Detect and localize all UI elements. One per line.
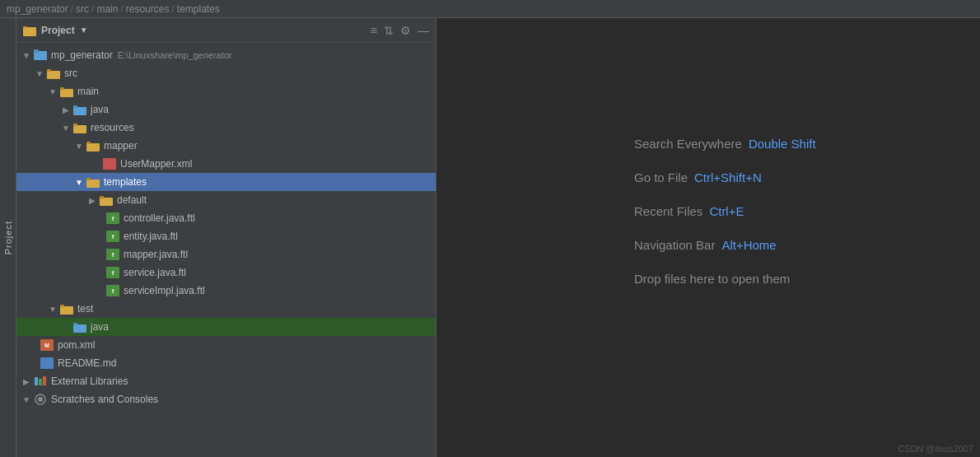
svg-rect-10 [73, 105, 77, 108]
tree-item-readme[interactable]: README.md [16, 354, 436, 372]
shortcut-row-0: Search Everywhere Double Shift [634, 137, 816, 151]
tree-label-main: main [77, 86, 99, 97]
svg-rect-20 [60, 305, 64, 307]
svg-rect-6 [47, 69, 51, 72]
shortcut-row-3: Navigation Bar Alt+Home [634, 238, 777, 252]
tree-label-pomxml: pom.xml [58, 339, 95, 351]
arrow-mapper-folder: ▼ [72, 142, 86, 151]
tree-label-src: src [64, 68, 77, 79]
svg-rect-17 [100, 198, 113, 206]
project-vertical-tab[interactable]: Project [0, 18, 16, 457]
tree-item-root[interactable]: ▼ mp_generator E:\Linuxshare\mp_generato… [16, 46, 436, 64]
tree-label-java: java [91, 104, 109, 115]
breadcrumb-item-2[interactable]: main [96, 3, 118, 15]
tree-item-mapper-ftl[interactable]: f mapper.java.ftl [16, 245, 436, 263]
folder-test-icon [59, 303, 74, 315]
sidebar-minimize-button[interactable]: — [418, 24, 429, 37]
tree-item-serviceimpl-ftl[interactable]: f serviceImpl.java.ftl [16, 282, 436, 300]
tree-label-entity-ftl: entity.java.ftl [124, 231, 178, 242]
shortcut-key-2: Ctrl+E [709, 204, 744, 218]
tree-item-java2[interactable]: java [16, 318, 436, 336]
svg-rect-21 [73, 324, 86, 333]
extlib-icon [33, 375, 48, 387]
tree-item-main[interactable]: ▼ main [16, 82, 436, 100]
svg-rect-24 [39, 379, 42, 385]
scratch-icon [33, 394, 48, 405]
tree-item-java[interactable]: ▶ java [16, 100, 436, 119]
arrow-main: ▼ [46, 87, 59, 96]
tree-label-default: default [117, 194, 147, 206]
tree-item-templates[interactable]: ▼ templates [16, 173, 436, 191]
arrow-test: ▼ [46, 305, 59, 314]
tree-item-service-ftl[interactable]: f service.java.ftl [16, 263, 436, 282]
tree-label-serviceimpl-ftl: serviceImpl.java.ftl [124, 285, 205, 296]
svg-rect-5 [47, 71, 60, 79]
folder-default-icon [99, 194, 114, 206]
ftl-file-icon-serviceimpl: f [105, 285, 120, 296]
tree-item-test[interactable]: ▼ test [16, 300, 436, 318]
tree-item-resources[interactable]: ▼ resources [16, 119, 436, 137]
tree-label-usermapper: UserMapper.xml [120, 158, 192, 170]
breadcrumb-item-3[interactable]: resources [126, 3, 170, 15]
svg-rect-2 [23, 26, 27, 28]
sidebar-sort-button[interactable]: ⇅ [384, 24, 394, 37]
main-content-area: Search Everywhere Double Shift Go to Fil… [436, 18, 980, 457]
svg-rect-12 [73, 124, 77, 126]
tree-item-src[interactable]: ▼ src [16, 64, 436, 82]
xml-file-icon [102, 158, 117, 170]
tree-label-root-path: E:\Linuxshare\mp_generator [118, 50, 232, 60]
arrow-root: ▼ [20, 51, 33, 60]
sidebar-settings-button[interactable]: ⚙ [400, 24, 411, 37]
tree-label-mapper-folder: mapper [104, 140, 138, 152]
shortcut-label-2: Recent Files [634, 204, 702, 218]
tree-label-resources: resources [91, 122, 134, 133]
project-sidebar: Project ▼ ≡ ⇅ ⚙ — ▼ mp_generator E:\Linu… [16, 18, 436, 457]
arrow-java: ▶ [59, 105, 72, 114]
tree-item-extlibs[interactable]: ▶ External Libraries [16, 372, 436, 390]
tree-label-templates: templates [104, 176, 147, 188]
folder-mapper-icon [86, 140, 100, 152]
tree-item-default[interactable]: ▶ default [16, 191, 436, 209]
sidebar-title: Project [41, 25, 75, 36]
arrow-scratches: ▼ [20, 395, 33, 404]
ftl-file-icon-service: f [105, 267, 120, 278]
md-file-icon [40, 357, 54, 369]
folder-java2-icon [72, 321, 87, 333]
breadcrumb-item-0[interactable]: mp_generator [7, 3, 68, 15]
folder-templates-icon [86, 176, 100, 188]
folder-header-icon [23, 25, 36, 36]
tree-item-mapper-folder[interactable]: ▼ mapper [16, 137, 436, 155]
svg-rect-14 [86, 142, 91, 144]
tree-label-root: mp_generator [51, 49, 113, 61]
tree-item-controller-ftl[interactable]: f controller.java.ftl [16, 209, 436, 227]
shortcut-key-1: Ctrl+Shift+N [694, 170, 762, 184]
breadcrumb-item-4[interactable]: templates [177, 3, 220, 15]
breadcrumb-item-1[interactable]: src [76, 3, 89, 15]
svg-rect-19 [60, 306, 73, 315]
shortcut-label-0: Search Everywhere [634, 137, 742, 151]
ftl-file-icon-entity: f [105, 231, 120, 242]
svg-rect-8 [60, 87, 64, 90]
tree-item-entity-ftl[interactable]: f entity.java.ftl [16, 227, 436, 245]
sidebar-dropdown-icon[interactable]: ▼ [80, 26, 88, 35]
folder-java-icon [72, 104, 87, 115]
svg-rect-7 [60, 89, 73, 97]
tree-label-test: test [77, 303, 93, 315]
tree-item-scratches[interactable]: ▼ Scratches and Consoles [16, 390, 436, 408]
tree-item-pomxml[interactable]: M pom.xml [16, 336, 436, 354]
tree-label-mapper-ftl: mapper.java.ftl [124, 249, 188, 260]
ftl-file-icon-controller: f [105, 212, 120, 224]
svg-rect-11 [73, 125, 86, 133]
tree-item-usermapper[interactable]: UserMapper.xml [16, 155, 436, 173]
arrow-templates: ▼ [72, 178, 86, 187]
ftl-file-icon-mapper: f [105, 249, 120, 260]
svg-rect-9 [73, 107, 86, 115]
svg-rect-16 [86, 178, 91, 180]
shortcut-label-1: Go to File [634, 170, 688, 184]
shortcut-row-4: Drop files here to open them [634, 272, 790, 286]
project-tab-label: Project [3, 221, 13, 254]
breadcrumb-bar: mp_generator / src / main / resources / … [0, 0, 980, 18]
arrow-src: ▼ [33, 69, 46, 78]
project-tree: ▼ mp_generator E:\Linuxshare\mp_generato… [16, 43, 436, 457]
sidebar-compact-button[interactable]: ≡ [371, 24, 377, 37]
